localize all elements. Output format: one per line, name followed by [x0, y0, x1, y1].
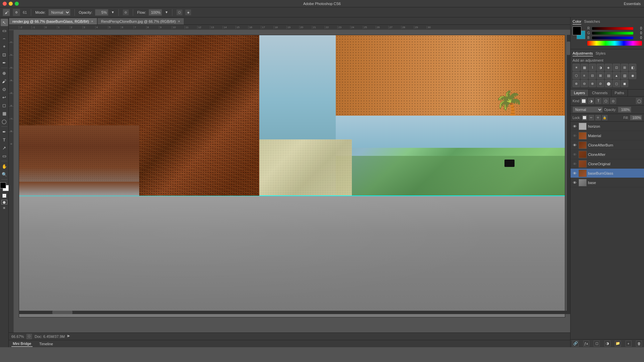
essentials-label[interactable]: Essentials	[624, 2, 641, 6]
layer-vis-base[interactable]: 👁	[572, 180, 577, 185]
color-tab[interactable]: Color	[573, 19, 581, 24]
tablet-pressure-btn[interactable]: ⬡	[176, 9, 182, 15]
clone-stamp-tool[interactable]: ⊙	[1, 85, 8, 93]
channel-mixer-adj[interactable]: ≡	[581, 72, 588, 79]
layer-item-horizon[interactable]: 👁 horizon	[571, 122, 644, 131]
mode-select[interactable]: Normal	[48, 9, 70, 16]
close-button[interactable]	[3, 2, 7, 6]
threshold-adj[interactable]: ▲	[613, 72, 620, 79]
layer-item-cloneoriginal[interactable]: 👁 CloneOriginal	[571, 159, 644, 169]
adj-icon-extra-4[interactable]: ⊘	[597, 80, 604, 87]
quick-select-tool[interactable]: ⌖	[1, 43, 8, 50]
brush-tool-icon[interactable]: 🖌	[3, 9, 10, 16]
tab-close-1[interactable]: ✕	[178, 20, 180, 23]
lock-position-btn[interactable]: ✛	[595, 115, 601, 120]
layer-item-material[interactable]: 👁 Material	[571, 131, 644, 140]
horizontal-scrollbar-thumb[interactable]	[52, 311, 72, 314]
swap-colors-btn[interactable]: ⇄	[2, 194, 6, 198]
vertical-scrollbar-thumb[interactable]	[567, 42, 570, 55]
r-slider-track[interactable]	[592, 27, 633, 30]
layer-group-btn[interactable]: 📁	[615, 341, 621, 347]
gradient-tool[interactable]: ▦	[1, 110, 8, 117]
airbrush-btn[interactable]: ⊙	[123, 9, 129, 15]
screen-mode-btn[interactable]: ⊞	[3, 206, 5, 209]
brush-tool[interactable]: 🖌	[1, 77, 8, 85]
lock-pixels-btn[interactable]: ✏	[589, 115, 594, 120]
opacity-arrow[interactable]: ▼	[111, 10, 114, 14]
gradient-map-adj[interactable]: ▨	[621, 72, 628, 79]
layer-filter-toggle[interactable]: ◯	[636, 98, 642, 104]
canvas-container[interactable]: 🌴	[14, 30, 570, 333]
layer-delete-btn[interactable]: 🗑	[636, 341, 642, 347]
g-slider-track[interactable]	[592, 32, 633, 35]
flow-input[interactable]	[149, 9, 162, 16]
adj-icon-extra-2[interactable]: ⊖	[581, 80, 588, 87]
photo-filter-adj[interactable]: ⬡	[573, 72, 580, 79]
fill-value-input[interactable]	[630, 115, 642, 120]
tab-0[interactable]: render.jpg @ 66.7% (baseBurnGlass, RGB/8…	[9, 18, 97, 24]
b-slider-track[interactable]	[592, 37, 633, 39]
flow-arrow[interactable]: ▼	[165, 10, 168, 14]
pen-tool[interactable]: ✒	[1, 128, 8, 135]
history-brush-tool[interactable]: ↩	[1, 94, 8, 101]
layers-list[interactable]: 👁 horizon 👁 Material 👁 CloneAfterBurn	[571, 122, 644, 339]
blur-tool[interactable]: ◯	[1, 118, 8, 125]
adj-icon-extra-3[interactable]: ⊗	[589, 80, 596, 87]
layer-vis-cloneafterburn[interactable]: 👁	[572, 142, 577, 148]
layer-filter-smart[interactable]: ⊙	[610, 98, 616, 104]
doc-info-arrow[interactable]: ▶	[67, 334, 73, 339]
channels-tab-btn[interactable]: Channels	[589, 89, 611, 96]
tool-preset-icon[interactable]: ⚙	[13, 9, 20, 16]
fg-bg-color[interactable]	[0, 182, 9, 191]
layer-filter-type[interactable]: T	[595, 98, 601, 104]
timeline-tab[interactable]: Timeline	[38, 341, 54, 347]
invert-adj[interactable]: ⊠	[597, 72, 604, 79]
layer-new-btn[interactable]: +	[626, 341, 632, 347]
adjustments-tab[interactable]: Adjustments	[573, 51, 593, 56]
shape-tool[interactable]: ▭	[1, 152, 8, 160]
layer-filter-shape[interactable]: ⬡	[603, 98, 609, 104]
color-spectrum[interactable]	[587, 41, 642, 46]
layer-filter-pixel[interactable]: ⬜	[581, 98, 587, 104]
layer-vis-baseburnglass[interactable]: 👁	[572, 171, 577, 176]
crop-tool[interactable]: ⊡	[1, 51, 8, 58]
styles-tab[interactable]: Styles	[596, 51, 606, 56]
eyedropper-tool[interactable]: ✒	[1, 59, 8, 66]
hand-tool[interactable]: ✋	[1, 163, 8, 170]
zoom-tool[interactable]: 🔍	[1, 171, 8, 178]
lock-all-btn[interactable]: 🔒	[602, 115, 607, 120]
layer-item-cloneafterburn[interactable]: 👁 CloneAfterBurn	[571, 140, 644, 150]
move-tool[interactable]: ↖	[1, 19, 8, 26]
layer-item-cloneafter[interactable]: 👁 CloneAfter	[571, 150, 644, 159]
layer-item-baseburnglass[interactable]: 👁 baseBurnGlass	[571, 169, 644, 178]
zoom-info-btn[interactable]: ⓘ	[26, 334, 32, 339]
adj-icon-extra-1[interactable]: ⊕	[573, 80, 580, 87]
blend-mode-select[interactable]: Normal	[573, 107, 603, 113]
type-tool[interactable]: T	[1, 136, 8, 143]
layer-vis-horizon[interactable]: 👁	[572, 124, 577, 129]
adj-icon-extra-5[interactable]: ⬤	[605, 80, 612, 87]
adj-icon-extra-7[interactable]: ◼	[621, 80, 628, 87]
layers-tab-btn[interactable]: Layers	[571, 89, 589, 96]
horizontal-scrollbar[interactable]	[19, 311, 567, 314]
layer-adj-btn[interactable]: ◑	[604, 341, 610, 347]
mini-bridge-tab[interactable]: Mini Bridge	[11, 341, 33, 347]
color-swatches-pair[interactable]	[573, 26, 585, 39]
color-balance-adj[interactable]: ⊞	[621, 64, 628, 71]
posterize-adj[interactable]: ▤	[605, 72, 612, 79]
layer-filter-adj[interactable]: ◑	[588, 98, 594, 104]
tab-close-0[interactable]: ✕	[91, 20, 94, 23]
fg-color-preview[interactable]	[573, 26, 581, 35]
minimize-button[interactable]	[9, 2, 13, 6]
layer-fx-btn[interactable]: ƒx	[583, 341, 589, 347]
lock-transparent-btn[interactable]: ⬜	[582, 115, 587, 120]
lasso-tool[interactable]: ⌢	[1, 35, 8, 42]
levels-adj[interactable]: ▦	[581, 64, 588, 71]
photoshop-canvas[interactable]: 🌴	[19, 35, 565, 317]
opacity-value-input[interactable]	[618, 107, 631, 113]
layer-vis-material[interactable]: 👁	[572, 133, 577, 138]
color-lookup-adj[interactable]: ⊟	[589, 72, 596, 79]
adj-icon-extra-6[interactable]: ◻	[613, 80, 620, 87]
layer-vis-cloneoriginal[interactable]: 👁	[572, 161, 577, 167]
path-select-tool[interactable]: ↗	[1, 144, 8, 152]
